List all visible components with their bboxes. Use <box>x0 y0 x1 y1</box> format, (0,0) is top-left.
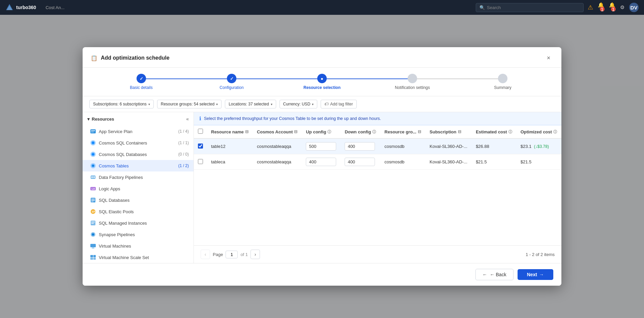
stepper: ✓ Basic details ✓ Configuration ● Resour… <box>83 68 561 96</box>
svg-rect-36 <box>90 258 93 260</box>
user-avatar[interactable]: DV <box>629 3 639 12</box>
content-area: ℹ Select the preferred throughput for yo… <box>194 112 561 263</box>
alert-bell-icon[interactable]: 🔔 1 <box>609 2 615 13</box>
col-down-config: Down config ⓘ <box>341 125 380 138</box>
sidebar-item-synapse-pipelines[interactable]: Synapse Pipelines <box>83 229 194 240</box>
svg-rect-27 <box>91 223 94 224</box>
add-optimization-modal: 📋 Add optimization schedule × ✓ Basic de… <box>83 47 561 286</box>
next-arrow-icon: → <box>539 272 544 277</box>
up-config-hint-icon[interactable]: ⓘ <box>327 129 331 134</box>
row-1-optimized-cost: $23.1 (↓$3.78) <box>517 138 561 154</box>
step-configuration[interactable]: ✓ Configuration <box>186 74 277 90</box>
sidebar-collapse-icons[interactable]: « <box>186 116 189 122</box>
subscriptions-filter[interactable]: Subscriptions: 6 subscriptions ▾ <box>89 100 154 108</box>
optimized-cost-hint-icon[interactable]: ⓘ <box>553 129 557 134</box>
row-1-up-config-input[interactable] <box>306 142 336 151</box>
row-1-resource-name: table12 <box>207 138 253 154</box>
resource-name-filter-icon[interactable]: ⊟ <box>245 129 248 134</box>
resource-groups-filter[interactable]: Resource groups: 54 selected ▾ <box>157 100 222 108</box>
svg-rect-33 <box>91 248 95 249</box>
sidebar-resources-header[interactable]: ▾ Resources « <box>83 112 194 126</box>
sidebar-item-app-service-plan[interactable]: App Service Plan (1 / 4) <box>83 126 194 137</box>
svg-rect-4 <box>91 132 94 132</box>
row-2-down-config <box>341 154 380 170</box>
settings-icon[interactable]: ⚙ <box>620 4 624 10</box>
row-2-optimized-cost: $21.5 <box>517 154 561 170</box>
sidebar-item-label-sql-elastic-pools: SQL Elastic Pools <box>99 209 186 214</box>
select-all-checkbox[interactable] <box>198 129 203 134</box>
resource-group-filter-icon[interactable]: ⊟ <box>418 129 421 134</box>
sidebar-item-virtual-machines[interactable]: Virtual Machines <box>83 240 194 252</box>
info-icon: ℹ <box>199 116 201 122</box>
next-button[interactable]: Next → <box>518 269 553 280</box>
warning-icon[interactable]: ⚠ <box>588 4 593 11</box>
row-2-resource-group: cosmosdb <box>380 154 426 170</box>
cosmos-account-filter-icon[interactable]: ⊟ <box>294 129 297 134</box>
table-row: table12 cosmostableaqqa <box>194 138 561 154</box>
row-2-down-config-input[interactable] <box>345 158 375 166</box>
step-circle-summary <box>498 74 507 83</box>
sidebar-item-virtual-machine-scale-set[interactable]: Virtual Machine Scale Set <box>83 252 194 263</box>
sidebar-item-sql-managed-instances[interactable]: SQL Managed Instances <box>83 217 194 229</box>
sql-databases-icon <box>90 197 96 203</box>
svg-rect-35 <box>93 255 96 257</box>
step-notification-settings[interactable]: Notification settings <box>367 74 458 90</box>
sidebar-item-sql-elastic-pools[interactable]: EP SQL Elastic Pools <box>83 206 194 217</box>
sidebar-item-count-cosmos-tables: (1 / 2) <box>178 163 189 168</box>
sidebar-item-label-logic-apps: Logic Apps <box>99 186 186 191</box>
topbar-icons: ⚠ 🔔 1 🔔 1 ⚙ DV <box>588 2 639 13</box>
estimated-cost-hint-icon[interactable]: ⓘ <box>508 129 512 134</box>
step-basic-details[interactable]: ✓ Basic details <box>96 74 186 90</box>
row-1-checkbox[interactable] <box>198 144 203 149</box>
next-page-button[interactable]: › <box>251 250 260 259</box>
svg-rect-21 <box>91 200 95 201</box>
back-arrow-icon: ← <box>482 272 487 277</box>
sidebar-item-data-factory-pipelines[interactable]: Data Factory Pipelines <box>83 171 194 183</box>
down-config-hint-icon[interactable]: ⓘ <box>372 129 376 134</box>
sidebar-item-cosmos-sql-databases[interactable]: Cosmos SQL Databases (0 / 0) <box>83 149 194 160</box>
page-number-input[interactable] <box>226 251 238 258</box>
col-subscription: Subscription ⊟ <box>426 125 472 138</box>
row-1-estimated-cost: $26.88 <box>472 138 517 154</box>
prev-page-button[interactable]: ‹ <box>201 250 210 259</box>
locations-filter[interactable]: Locations: 37 selected ▾ <box>225 100 276 108</box>
sidebar-item-cosmos-sql-containers[interactable]: Cosmos SQL Containers (1 / 1) <box>83 137 194 149</box>
modal-footer: ← ← Back Next → <box>83 263 561 286</box>
row-2-checkbox[interactable] <box>198 159 203 164</box>
row-1-down-config-input[interactable] <box>345 142 375 151</box>
info-banner: ℹ Select the preferred throughput for yo… <box>194 112 561 125</box>
filters-bar: Subscriptions: 6 subscriptions ▾ Resourc… <box>83 96 561 112</box>
search-bar[interactable]: 🔍 Search <box>476 3 584 12</box>
table-header-row: Resource name ⊟ Cosmos Account ⊟ <box>194 125 561 138</box>
row-2-cosmos-account: cosmostableaqqa <box>253 154 302 170</box>
col-estimated-cost: Estimated cost ⓘ <box>472 125 517 138</box>
step-resource-selection[interactable]: ● Resource selection <box>277 74 367 90</box>
back-button[interactable]: ← ← Back <box>475 269 514 280</box>
step-summary[interactable]: Summary <box>458 74 548 90</box>
notification-bell-icon[interactable]: 🔔 1 <box>598 2 604 13</box>
sidebar-item-count-cosmos-sql-containers: (1 / 1) <box>178 140 189 145</box>
col-resource-group: Resource gro... ⊟ <box>380 125 426 138</box>
cosmos-tables-icon <box>90 163 96 169</box>
svg-point-13 <box>92 165 94 167</box>
modal-header: 📋 Add optimization schedule × <box>83 47 561 68</box>
step-label-basic-details: Basic details <box>130 85 152 90</box>
sidebar-item-logic-apps[interactable]: LA Logic Apps <box>83 183 194 194</box>
sidebar-item-sql-databases[interactable]: SQL Databases <box>83 194 194 206</box>
row-2-up-config-input[interactable] <box>306 158 336 166</box>
tag-filter-button[interactable]: 🏷 Add tag filter <box>321 100 356 108</box>
sidebar-item-label-cosmos-sql-databases: Cosmos SQL Databases <box>99 152 176 157</box>
info-banner-text: Select the preferred throughput for your… <box>204 116 381 121</box>
table-row: tableca cosmostableaqqa <box>194 154 561 170</box>
currency-filter[interactable]: Currency: USD ▾ <box>280 100 318 108</box>
subscription-filter-icon[interactable]: ⊟ <box>458 129 461 134</box>
resource-table: Resource name ⊟ Cosmos Account ⊟ <box>194 125 561 170</box>
sidebar-item-cosmos-tables[interactable]: Cosmos Tables (1 / 2) <box>83 160 194 171</box>
chevron-down-icon: ▾ <box>216 102 218 106</box>
close-button[interactable]: × <box>544 53 553 63</box>
chevron-down-icon: ▾ <box>148 102 150 106</box>
sidebar-item-count-app-service-plan: (1 / 4) <box>178 129 189 134</box>
notification-badge: 1 <box>600 7 605 11</box>
step-label-configuration: Configuration <box>219 85 243 90</box>
step-circle-configuration: ✓ <box>227 74 236 83</box>
